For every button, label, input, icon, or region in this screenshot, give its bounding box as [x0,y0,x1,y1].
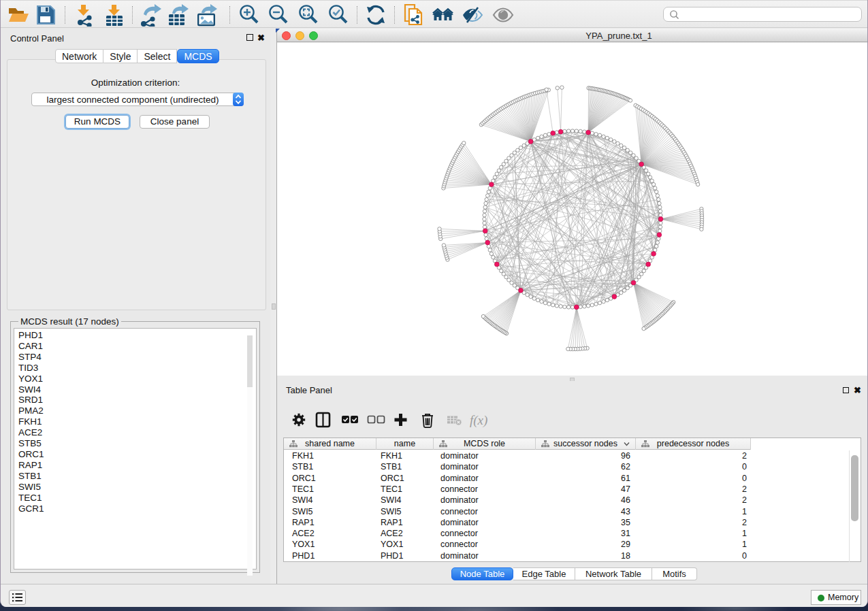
svg-text:f(x): f(x) [470,413,487,428]
